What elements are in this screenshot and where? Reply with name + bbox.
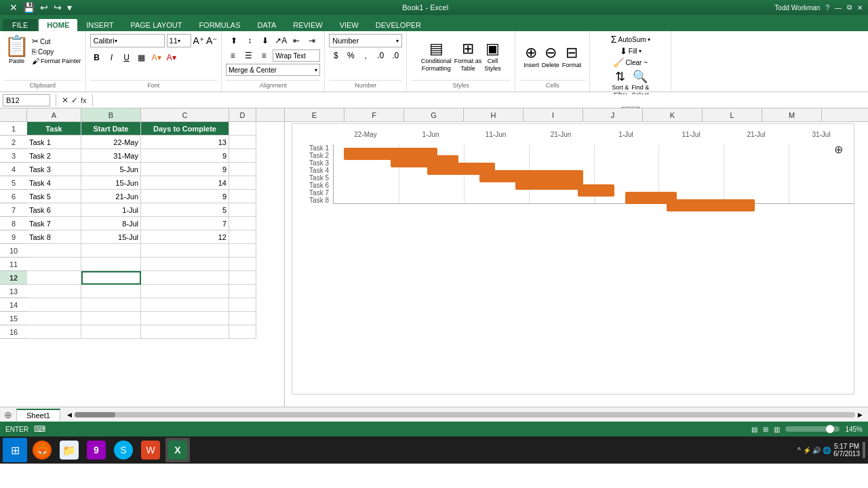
copy-button[interactable]: ⎘ Copy [32,47,81,56]
number-format-dropdown[interactable]: Number ▾ [329,34,402,47]
align-bottom-button[interactable]: ⬇ [258,34,272,47]
fill-button[interactable]: ⬇ Fill ▾ [620,46,642,56]
cell-c7[interactable]: 5 [141,203,229,217]
col-header-j[interactable]: J [583,108,643,121]
cell-b7[interactable]: 1-Jul [81,203,141,217]
row-num-6[interactable]: 6 [0,190,27,203]
cell-d11[interactable] [229,258,256,271]
col-header-d[interactable]: D [229,108,256,121]
row-num-4[interactable]: 4 [0,163,27,176]
cell-d8[interactable] [229,217,256,230]
tab-formulas[interactable]: FORMULAS [191,19,248,31]
paste-button[interactable]: 📋 Paste [4,34,29,64]
cell-d5[interactable] [229,176,256,190]
row-num-15[interactable]: 15 [0,312,27,325]
increase-font-size-button[interactable]: A⁺ [193,35,204,46]
col-header-b[interactable]: B [81,108,141,121]
cell-d16[interactable] [229,325,256,339]
cell-d3[interactable] [229,149,256,163]
conditional-formatting-button[interactable]: ▤ ConditionalFormatting [421,40,452,73]
cell-b10[interactable] [81,244,141,258]
cell-d2[interactable] [229,136,256,149]
indent-decrease-button[interactable]: ⇤ [290,34,303,47]
col-header-l[interactable]: L [703,108,762,121]
taskbar-skype-icon[interactable]: S [111,438,136,462]
cell-c6[interactable]: 9 [141,190,229,203]
cell-d9[interactable] [229,230,256,244]
cell-c4[interactable]: 9 [141,163,229,176]
font-size-dropdown[interactable]: 11 ▾ [167,34,191,47]
align-top-button[interactable]: ⬆ [227,34,241,47]
cell-a6[interactable]: Task 5 [27,190,81,203]
tab-page-layout[interactable]: PAGE LAYOUT [122,19,190,31]
restore-icon[interactable]: ⧉ [847,3,852,12]
wrap-text-button[interactable]: Wrap Text [273,49,320,62]
cell-b13[interactable] [81,285,141,298]
row-num-14[interactable]: 14 [0,298,27,312]
taskbar-app3-icon[interactable]: 9 [84,438,108,462]
cell-c8[interactable]: 7 [141,217,229,230]
cell-styles-button[interactable]: ▣ CellStyles [484,40,501,73]
cell-a16[interactable] [27,325,81,339]
cell-b15[interactable] [81,312,141,325]
bold-button[interactable]: B [90,51,104,64]
minimize-icon[interactable]: — [835,4,842,12]
cell-b14[interactable] [81,298,141,312]
align-middle-button[interactable]: ↕ [243,34,256,47]
insert-button[interactable]: ⊕ Insert [524,44,539,68]
cell-a12[interactable] [27,271,81,285]
help-icon[interactable]: ? [825,4,829,12]
redo-icon[interactable]: ↪ [52,1,63,14]
cell-c16[interactable] [141,325,229,339]
zoom-thumb[interactable] [826,425,834,433]
row-num-2[interactable]: 2 [0,136,27,149]
delete-button[interactable]: ⊖ Delete [542,44,559,68]
page-break-icon[interactable]: ▥ [774,426,780,433]
taskbar-firefox-icon[interactable]: 🦊 [30,438,54,462]
col-header-m[interactable]: M [762,108,822,121]
cell-c3[interactable]: 9 [141,149,229,163]
cell-c5[interactable]: 14 [141,176,229,190]
border-button[interactable]: ▦ [135,51,149,64]
formula-input[interactable] [98,94,865,106]
tab-data[interactable]: DATA [250,19,285,31]
row-num-13[interactable]: 13 [0,285,27,298]
cancel-formula-icon[interactable]: ✕ [62,96,68,105]
cell-d1[interactable] [229,122,256,136]
tab-insert[interactable]: INSERT [78,19,121,31]
cell-b4[interactable]: 5-Jun [81,163,141,176]
taskbar-explorer-icon[interactable]: 📁 [57,438,81,462]
cell-c1[interactable]: Days to Complete [141,122,229,136]
more-icon[interactable]: ▾ [66,1,73,14]
decrease-font-size-button[interactable]: A⁻ [206,35,217,46]
align-center-button[interactable]: ☰ [241,49,255,62]
cell-reference-box[interactable]: B12 [3,94,50,106]
row-num-16[interactable]: 16 [0,325,27,339]
taskbar-app5-icon[interactable]: W [138,438,163,462]
row-num-10[interactable]: 10 [0,244,27,258]
align-right-button[interactable]: ≡ [257,49,271,62]
row-num-7[interactable]: 7 [0,203,27,217]
fill-color-button[interactable]: A▾ [150,51,163,64]
add-sheet-button[interactable]: ⊕ [0,408,16,422]
show-desktop-icon[interactable] [863,442,865,458]
decrease-decimal-button[interactable]: .0 [389,49,402,62]
cell-b3[interactable]: 31-May [81,149,141,163]
cell-a8[interactable]: Task 7 [27,217,81,230]
cell-d10[interactable] [229,244,256,258]
scroll-track-horizontal[interactable] [75,412,855,418]
cell-d7[interactable] [229,203,256,217]
row-num-3[interactable]: 3 [0,149,27,163]
save-icon[interactable]: 💾 [22,1,36,14]
col-header-c[interactable]: C [141,108,229,121]
col-header-k[interactable]: K [643,108,703,121]
cell-c10[interactable] [141,244,229,258]
format-painter-button[interactable]: 🖌 Format Painter [32,57,81,65]
normal-view-icon[interactable]: ▤ [751,426,757,433]
cell-c15[interactable] [141,312,229,325]
col-header-h[interactable]: H [464,108,524,121]
col-header-i[interactable]: I [524,108,583,121]
cell-c11[interactable] [141,258,229,271]
cell-a11[interactable] [27,258,81,271]
cell-a13[interactable] [27,285,81,298]
